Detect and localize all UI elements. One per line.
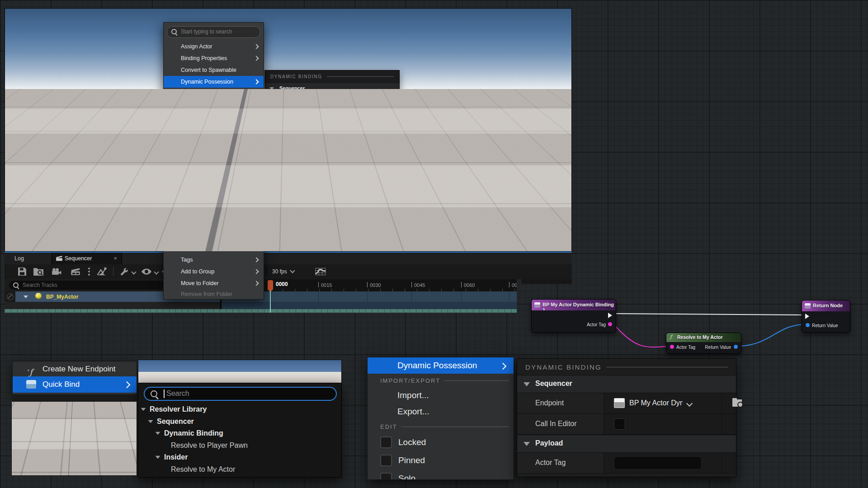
more-options-dots-icon[interactable] [88, 267, 90, 276]
menu-check-pinned[interactable]: Pinned [368, 451, 514, 469]
return-value-output-pin[interactable] [734, 345, 738, 349]
exec-input-pin[interactable] [805, 314, 809, 319]
eye-visibility-icon[interactable] [142, 267, 151, 276]
tab-log[interactable]: Log [14, 255, 24, 262]
playhead-marker[interactable] [268, 280, 273, 290]
menu-item-delete[interactable]: ✕Delete [164, 213, 264, 224]
menu-item-assign-actor[interactable]: Assign Actor [164, 41, 264, 52]
tree-resolve-to-player-pawn[interactable]: Resolve to Player Pawn [408, 157, 544, 165]
group-sequencer[interactable]: Sequencer [517, 375, 736, 393]
render-movie-icon[interactable] [52, 267, 61, 276]
menu-item-convert-to-spawnable[interactable]: Convert to Spawnable [164, 64, 264, 76]
endpoint-value-dropdown[interactable]: BP My Actor Dyna [604, 393, 722, 413]
menu-item-move-to-folder[interactable]: Move to Folder [164, 277, 264, 289]
tree-resolver-library[interactable]: Resolver Library [408, 133, 544, 141]
menu-item-remove-from-folder[interactable]: Remove from Folder [164, 289, 264, 300]
return-value-input-pin[interactable] [806, 323, 810, 327]
save-icon[interactable] [17, 267, 27, 276]
tree-resolve-to-my-actor[interactable]: Resolve to My Actor [138, 464, 341, 476]
checkbox[interactable] [380, 473, 392, 480]
browse-folder-icon[interactable] [33, 267, 43, 276]
menu-check-locked[interactable]: Locked [164, 130, 264, 141]
menu-check-solo[interactable]: Solo [368, 469, 514, 480]
resolver-search-input[interactable]: Search [144, 387, 337, 401]
actor-tag-input-pin[interactable] [670, 345, 674, 349]
exec-output-pin[interactable] [608, 313, 612, 318]
dropdown-chevron-icon[interactable] [364, 99, 369, 104]
tree-insider[interactable]: Insider [138, 451, 341, 464]
menu-check-locked[interactable]: Locked [368, 433, 514, 451]
endpoint-submenu: +ƒ Create New Endpoint Quick Bind [325, 106, 408, 130]
menu-item-rename[interactable]: RenameF2 [164, 234, 264, 244]
expand-triangle-icon[interactable] [24, 296, 28, 298]
resolver-search-input[interactable]: Search [412, 122, 540, 131]
wrench-icon[interactable] [119, 267, 129, 276]
menu-item-import[interactable]: Import... [368, 387, 514, 404]
tree-dynamic-binding[interactable]: Dynamic Binding [408, 149, 544, 157]
wrench-dropdown-chevron[interactable] [131, 269, 136, 274]
time-ruler[interactable]: 0015 0030 0045 0060 00 [222, 279, 517, 291]
menu-item-cut[interactable]: CutCTRL+X [164, 172, 264, 182]
menu-item-tags[interactable]: Tags [164, 254, 264, 266]
menu-item-delete-keep-state[interactable]: ✕Delete and Keep State [164, 224, 264, 234]
menu-search-input[interactable]: Start typing to search [167, 26, 260, 38]
group-sequencer[interactable]: Sequencer [265, 82, 399, 94]
mute-disabled-icon[interactable] [7, 293, 14, 300]
call-in-editor-checkbox[interactable] [614, 418, 625, 430]
tree-resolve-to-player-pawn[interactable]: Resolve to Player Pawn [138, 440, 341, 452]
timeline-range-bar[interactable] [5, 309, 517, 313]
menu-check-solo[interactable]: Solo [164, 151, 264, 161]
fps-dropdown[interactable]: 30 fps [272, 268, 294, 275]
menu-item-duplicate[interactable]: DuplicateCTRL+D [164, 203, 264, 213]
browse-endpoint-icon[interactable] [377, 97, 385, 104]
checkbox[interactable] [169, 142, 175, 149]
menu-item-binding-properties[interactable]: Binding Properties [164, 52, 264, 64]
sequences-clapper-icon[interactable] [71, 267, 80, 276]
menu-item-quick-bind[interactable]: Quick Bind [13, 376, 137, 393]
menu-item-create-new-endpoint[interactable]: +ƒ Create New Endpoint [13, 361, 137, 376]
text-cursor [164, 389, 165, 398]
menu-item-import[interactable]: Import... [164, 97, 264, 109]
close-tab-icon[interactable]: × [113, 255, 117, 262]
result-node-icon [805, 303, 811, 309]
checkbox[interactable] [169, 163, 175, 170]
tree-resolver-library[interactable]: Resolver Library [138, 404, 341, 416]
menu-item-create-new-endpoint[interactable]: +ƒ Create New Endpoint [325, 107, 407, 118]
expander-triangle-icon[interactable] [524, 382, 530, 386]
menu-item-dynamic-possession[interactable]: Dynamic Possession [164, 76, 264, 88]
tree-sequencer[interactable]: Sequencer [408, 141, 544, 149]
expander-triangle-icon[interactable] [269, 87, 274, 90]
quick-bind-icon [26, 380, 36, 389]
node-resolve-to-my-actor[interactable]: ƒ Resolve to My Actor Actor Tag Return V… [666, 333, 741, 354]
actions-graph-icon[interactable] [97, 267, 107, 276]
actor-tag-output-pin[interactable] [608, 322, 612, 326]
dropdown-chevron-icon[interactable] [686, 400, 693, 407]
checkbox[interactable] [169, 153, 175, 160]
menu-item-paste[interactable]: PasteCTRL+V [164, 192, 264, 203]
menu-item-export[interactable]: Export... [368, 404, 514, 420]
checkbox[interactable] [380, 436, 392, 448]
expander-triangle-icon[interactable] [524, 442, 530, 446]
menu-item-dynamic-possession[interactable]: Dynamic Possession [368, 357, 514, 374]
track-timeline-band[interactable] [222, 291, 517, 302]
checkbox[interactable] [169, 132, 175, 139]
node-bp-my-actor-dynamic-binding[interactable]: BP My Actor Dynamic Binding 1 Actor Tag [531, 299, 616, 333]
node-return[interactable]: Return Node Return Value [802, 300, 850, 333]
actor-tag-input[interactable] [614, 456, 702, 469]
curve-editor-icon[interactable] [315, 267, 326, 276]
menu-check-mute[interactable]: Mute [164, 161, 264, 172]
tree-sequencer[interactable]: Sequencer [138, 416, 341, 428]
tree-dynamic-binding[interactable]: Dynamic Binding [138, 427, 341, 440]
track-context-menu: Start typing to search Assign Actor Bind… [163, 22, 264, 300]
menu-check-pinned[interactable]: Pinned [164, 141, 264, 151]
group-payload[interactable]: Payload [517, 435, 736, 453]
browse-endpoint-icon[interactable] [732, 398, 744, 408]
menu-item-quick-bind[interactable]: Quick Bind [325, 118, 407, 129]
menu-item-add-to-group[interactable]: Add to Group [164, 266, 264, 277]
eye-dropdown-chevron[interactable] [154, 269, 159, 274]
menu-item-export[interactable]: Export... [164, 109, 264, 121]
checkbox[interactable] [380, 455, 392, 466]
tab-sequencer[interactable]: Sequencer × [52, 253, 122, 264]
menu-item-copy[interactable]: CopyCTRL+C [164, 182, 264, 192]
pin-label: Actor Tag [676, 345, 695, 350]
